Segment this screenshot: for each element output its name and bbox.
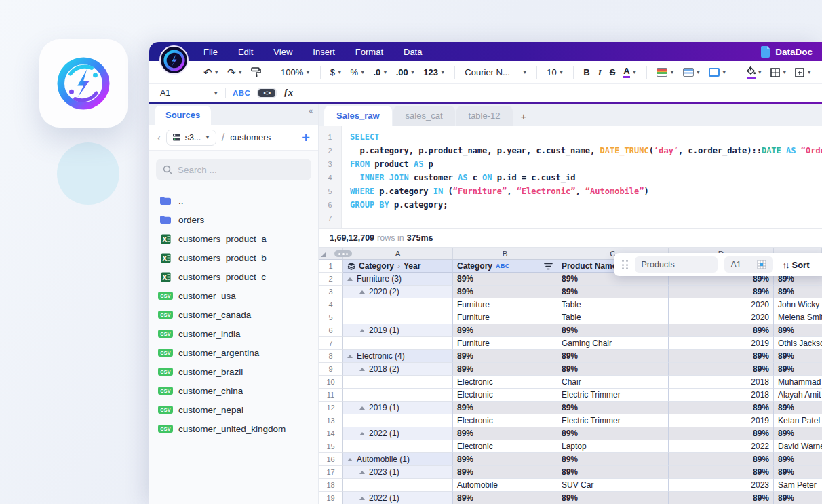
cell-a[interactable]: 2023 (1): [343, 466, 453, 479]
text-format-label[interactable]: ABC: [233, 89, 250, 97]
cell-a[interactable]: 2022 (1): [343, 492, 453, 504]
row-number[interactable]: 1: [319, 260, 343, 273]
cell-b[interactable]: 89%: [453, 492, 557, 504]
file-item-customer_china[interactable]: CSVcustomer_china: [149, 381, 318, 400]
collapse-triangle-icon[interactable]: [347, 277, 353, 281]
tab-sources[interactable]: Sources: [155, 106, 211, 125]
cell-e[interactable]: David Warner: [774, 440, 822, 453]
row-number[interactable]: 13: [319, 414, 343, 427]
cell-b[interactable]: 89%: [453, 286, 557, 298]
products-floating-panel[interactable]: Products A1 ↑↓ Sort: [614, 253, 822, 276]
cell-c[interactable]: 89%: [557, 427, 669, 440]
cell-c[interactable]: Gaming Chair: [557, 337, 669, 350]
italic-button[interactable]: I: [598, 67, 602, 78]
row-number[interactable]: 6: [319, 324, 343, 337]
cell-a[interactable]: [343, 440, 453, 453]
file-item-orders[interactable]: orders: [149, 210, 318, 229]
cell-c[interactable]: Chair: [557, 376, 669, 389]
cell-a[interactable]: [343, 389, 453, 402]
tab-table-12[interactable]: table-12: [456, 106, 513, 126]
menu-edit[interactable]: Edit: [238, 47, 253, 57]
group-header-cell[interactable]: Category › Year: [343, 260, 453, 273]
cell-a[interactable]: 2020 (2): [343, 286, 453, 298]
cell-c[interactable]: Table: [557, 298, 669, 311]
cell-e[interactable]: John Wicky: [774, 298, 822, 311]
column-header-a[interactable]: A: [343, 248, 453, 259]
collapse-triangle-icon[interactable]: [359, 329, 365, 332]
drag-handle-icon[interactable]: [622, 260, 628, 269]
menu-view[interactable]: View: [273, 47, 292, 57]
cell-d[interactable]: 2019: [669, 337, 774, 350]
cell-a[interactable]: [343, 479, 453, 492]
code-line[interactable]: INNER JOIN customer AS c ON p.id = c.cus…: [350, 171, 822, 185]
row-number[interactable]: 4: [319, 298, 343, 311]
cell-b[interactable]: Electronic: [453, 414, 557, 427]
cell-e[interactable]: 89%: [774, 324, 822, 337]
collapse-triangle-icon[interactable]: [359, 368, 365, 371]
row-number[interactable]: 9: [319, 363, 343, 376]
cell-e[interactable]: 89%: [774, 453, 822, 466]
cell-c[interactable]: 89%: [557, 453, 669, 466]
code-line[interactable]: SELECT: [350, 130, 822, 144]
cell-d[interactable]: 2020: [669, 311, 774, 324]
conditional-format-button[interactable]: ▼: [657, 68, 674, 77]
collapse-triangle-icon[interactable]: [359, 471, 365, 474]
collapse-triangle-icon[interactable]: [347, 355, 353, 358]
cell-b[interactable]: 89%: [453, 363, 557, 376]
row-number[interactable]: 12: [319, 402, 343, 414]
cell-a[interactable]: 2019 (1): [343, 402, 453, 414]
cell-a[interactable]: [343, 337, 453, 350]
search-input[interactable]: Search ...: [156, 159, 311, 180]
cell-b[interactable]: 89%: [453, 402, 557, 414]
cell-b[interactable]: Furniture: [453, 337, 557, 350]
back-chevron-icon[interactable]: ‹: [157, 132, 161, 143]
cell-e[interactable]: Alayah Amit: [774, 389, 822, 402]
cell-c[interactable]: Electric Trimmer: [557, 414, 669, 427]
cell-c[interactable]: 89%: [557, 324, 669, 337]
cell-d[interactable]: 2018: [669, 389, 774, 402]
row-number[interactable]: 16: [319, 453, 343, 466]
cell-c[interactable]: 89%: [557, 363, 669, 376]
cell-c[interactable]: 89%: [557, 286, 669, 298]
table-style-button[interactable]: ▼: [709, 68, 726, 77]
cell-e[interactable]: Muhammad: [774, 376, 822, 389]
file-item-dotdot[interactable]: ..: [149, 191, 318, 210]
cell-a[interactable]: 2019 (1): [343, 324, 453, 337]
cell-c[interactable]: Electric Trimmer: [557, 389, 669, 402]
cell-e[interactable]: 89%: [774, 363, 822, 376]
merge-cells-button[interactable]: ▼: [795, 68, 811, 77]
panel-title-field[interactable]: Products: [635, 256, 718, 273]
cell-d[interactable]: 2019: [669, 414, 774, 427]
file-item-customers_product_b[interactable]: Xcustomers_product_b: [149, 248, 318, 267]
strikethrough-button[interactable]: S: [610, 67, 616, 77]
undo-button[interactable]: ↶▼: [203, 66, 219, 79]
fill-color-button[interactable]: ▼: [747, 66, 762, 79]
cell-c[interactable]: Laptop: [557, 440, 669, 453]
function-icon[interactable]: ƒx: [283, 88, 293, 98]
row-number[interactable]: 18: [319, 479, 343, 492]
cell-b[interactable]: 89%: [453, 466, 557, 479]
file-item-customer_usa[interactable]: CSVcustomer_usa: [149, 286, 318, 305]
row-number[interactable]: 17: [319, 466, 343, 479]
code-line[interactable]: [350, 212, 822, 225]
cell-e[interactable]: Ketan Patel: [774, 414, 822, 427]
code-line[interactable]: WHERE p.category IN (“Furniture”, “Elect…: [350, 185, 822, 198]
current-folder[interactable]: customers: [230, 132, 271, 142]
cell-e[interactable]: 89%: [774, 492, 822, 504]
cell-e[interactable]: Sam Peter: [774, 479, 822, 492]
cell-e[interactable]: 89%: [774, 286, 822, 298]
row-number[interactable]: 19: [319, 492, 343, 504]
cell-c[interactable]: 89%: [557, 492, 669, 504]
row-options-pill[interactable]: [334, 250, 352, 257]
row-number[interactable]: 11: [319, 389, 343, 402]
collapse-triangle-icon[interactable]: [359, 497, 365, 500]
sql-editor[interactable]: 1234567 SELECT p.category, p.product_nam…: [319, 126, 822, 228]
file-item-customers_product_a[interactable]: Xcustomers_product_a: [149, 229, 318, 248]
cell-a[interactable]: Furniture (3): [343, 273, 453, 286]
code-line[interactable]: FROM product AS p: [350, 157, 822, 171]
code-line[interactable]: GROUP BY p.category;: [350, 198, 822, 212]
cell-d[interactable]: 89%: [669, 453, 774, 466]
cell-a[interactable]: [343, 311, 453, 324]
app-logo-badge[interactable]: [159, 45, 189, 75]
cell-d[interactable]: 89%: [669, 402, 774, 414]
